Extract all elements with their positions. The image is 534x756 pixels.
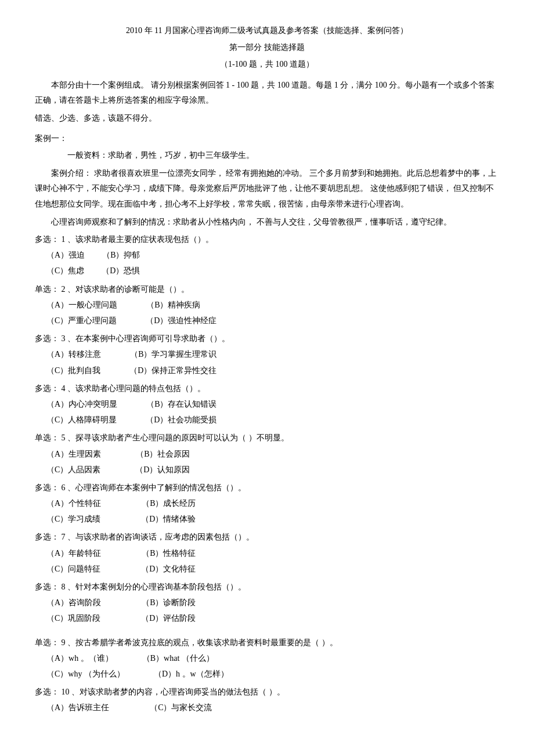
case-observe: 心理咨询师观察和了解到的情况：求助者从小性格内向， 不善与人交往，父母管教很严，… (35, 215, 499, 230)
q6-line: 多选： 6 、心理咨询师在本案例中了解到的情况包括（）。 (35, 480, 499, 495)
q8-option-c: （C）巩固阶段 (46, 611, 100, 625)
q6-option-a: （A）个性特征 (46, 496, 101, 511)
q4-option-b: （B）存在认知错误 (146, 397, 217, 411)
q9-options-row2: （C）why （为什么） （D）h 。w（怎样） (35, 667, 499, 681)
q6-options-row1: （A）个性特征 （B）成长经历 (35, 496, 499, 511)
q10-line: 多选： 10 、对该求助者梦的内容，心理咨询师妥当的做法包括（ ）。 (35, 685, 499, 699)
document-container: 2010 年 11 月国家心理咨询师二级考试真题及参考答案（技能选择、案例问答）… (35, 23, 499, 715)
question-6: 多选： 6 、心理咨询师在本案例中了解到的情况包括（）。 （A）个性特征 （B）… (35, 480, 499, 527)
q2-options-row2: （C）严重心理问题 （D）强迫性神经症 (35, 313, 499, 328)
q9-line: 单选： 9 、按古希腊学者希波克拉底的观点，收集该求助者资料时最重要的是（ ）。 (35, 635, 499, 650)
question-9: 单选： 9 、按古希腊学者希波克拉底的观点，收集该求助者资料时最重要的是（ ）。… (35, 635, 499, 682)
q10-options-row1: （A）告诉班主任 （C）与家长交流 (35, 700, 499, 715)
q9-type: 单选： (35, 638, 59, 647)
q6-option-c: （C）学习成绩 (46, 512, 100, 526)
q1-option-c: （C）焦虑 (46, 263, 84, 278)
error-note: 错选、少选、多选，该题不得分。 (35, 111, 499, 125)
case-general: 一般资料：求助者，男性，巧岁，初中三年级学生。 (35, 148, 499, 164)
q7-option-d: （D）文化特征 (141, 562, 196, 576)
q3-option-a: （A）转移注意 (46, 347, 101, 361)
question-5: 单选： 5 、探寻该求助者产生心理问题的原因时可以认为（ ）不明显。 （A）生理… (35, 431, 499, 477)
q9-options-row1: （A）wh 。（谁） （B）what （什么） (35, 651, 499, 665)
q5-options-row2: （C）人品因素 （D）认知原因 (35, 462, 499, 477)
page-title: 2010 年 11 月国家心理咨询师二级考试真题及参考答案（技能选择、案例问答） (35, 23, 499, 38)
q7-type: 多选： (35, 533, 59, 541)
q6-text: 6 、心理咨询师在本案例中了解到的情况包括（）。 (62, 483, 247, 492)
question-8: 多选： 8 、针对本案例划分的心理咨询基本阶段包括（）。 （A）咨询阶段 （B）… (35, 580, 499, 626)
question-2: 单选： 2 、对该求助者的诊断可能是（）。 （A）一般心理问题 （B）精神疾病 … (35, 282, 499, 328)
section-title: 第一部分 技能选择题 (35, 40, 499, 55)
q7-option-b: （B）性格特征 (142, 546, 196, 560)
question-3: 多选： 3 、在本案例中心理咨询师可引导求助者（）。 （A）转移注意 （B）学习… (35, 331, 499, 378)
q4-text: 4 、该求助者心理问题的特点包括（）。 (62, 384, 206, 393)
instruction-text: 本部分由十一个案例组成。 请分别根据案例回答 1 - 100 题，共 100 道… (35, 78, 499, 108)
q3-type: 多选： (35, 334, 59, 343)
q1-options-row2: （C）焦虑 （D）恐惧 (35, 263, 499, 278)
q1-option-d: （D）恐惧 (102, 263, 140, 278)
q3-options-row2: （C）批判自我 （D）保持正常异性交往 (35, 363, 499, 378)
question-4: 多选： 4 、该求助者心理问题的特点包括（）。 （A）内心冲突明显 （B）存在认… (35, 381, 499, 428)
q5-option-a: （A）生理因素 (46, 447, 101, 461)
q9-option-d: （D）h 。w（怎样） (154, 667, 229, 681)
q2-option-a: （A）一般心理问题 (46, 298, 117, 312)
spacer-1 (35, 630, 499, 635)
q7-text: 7 、与该求助者的咨询谈话，应考虑的因素包括（）。 (62, 533, 255, 541)
q8-options-row2: （C）巩固阶段 （D）评估阶段 (35, 611, 499, 625)
q2-line: 单选： 2 、对该求助者的诊断可能是（）。 (35, 282, 499, 296)
q1-line: 多选： 1 、该求助者最主要的症状表现包括（）。 (35, 232, 499, 247)
q3-option-c: （C）批判自我 (46, 363, 100, 378)
q3-options-row1: （A）转移注意 （B）学习掌握生理常识 (35, 347, 499, 361)
q7-options-row1: （A）年龄特征 （B）性格特征 (35, 546, 499, 560)
q7-option-c: （C）问题特征 (46, 562, 100, 576)
q4-options-row1: （A）内心冲突明显 （B）存在认知错误 (35, 397, 499, 411)
q4-option-a: （A）内心冲突明显 (46, 397, 117, 411)
question-10: 多选： 10 、对该求助者梦的内容，心理咨询师妥当的做法包括（ ）。 （A）告诉… (35, 685, 499, 715)
q8-option-d: （D）评估阶段 (141, 611, 196, 625)
case-intro-text: 求助者很喜欢班里一位漂亮女同学， 经常有拥抱她的冲动。 三个多月前梦到和她拥抱。… (35, 169, 496, 208)
q5-option-d: （D）认知原因 (135, 462, 190, 477)
q2-option-d: （D）强迫性神经症 (146, 313, 217, 328)
case-intro: 案例介绍： 求助者很喜欢班里一位漂亮女同学， 经常有拥抱她的冲动。 三个多月前梦… (35, 166, 499, 212)
q2-options-row1: （A）一般心理问题 （B）精神疾病 (35, 298, 499, 312)
q9-option-c: （C）why （为什么） (46, 667, 125, 681)
q4-option-d: （D）社会功能受损 (146, 413, 217, 427)
q5-type: 单选： (35, 433, 59, 442)
q10-text: 10 、对该求助者梦的内容，心理咨询师妥当的做法包括（ ）。 (62, 688, 285, 696)
q2-option-c: （C）严重心理问题 (46, 313, 117, 328)
case-intro-label: 案例介绍： (51, 169, 92, 178)
question-1: 多选： 1 、该求助者最主要的症状表现包括（）。 （A）强迫 （B）抑郁 （C）… (35, 232, 499, 278)
q7-options-row2: （C）问题特征 （D）文化特征 (35, 562, 499, 576)
q3-text: 3 、在本案例中心理咨询师可引导求助者（）。 (62, 334, 230, 343)
q1-type: 多选： (35, 235, 59, 244)
q4-options-row2: （C）人格障碍明显 （D）社会功能受损 (35, 413, 499, 427)
q8-options-row1: （A）咨询阶段 （B）诊断阶段 (35, 595, 499, 610)
q1-option-a: （A）强迫 (46, 248, 85, 262)
q8-option-a: （A）咨询阶段 (46, 595, 101, 610)
q4-line: 多选： 4 、该求助者心理问题的特点包括（）。 (35, 381, 499, 396)
q6-option-b: （B）成长经历 (142, 496, 196, 511)
subtitle: （1-100 题，共 100 道题） (35, 57, 499, 71)
q5-option-b: （B）社会原因 (136, 447, 190, 461)
q9-text: 9 、按古希腊学者希波克拉底的观点，收集该求助者资料时最重要的是（ ）。 (62, 638, 338, 647)
q6-option-d: （D）情绪体验 (141, 512, 196, 526)
q10-type: 多选： (35, 688, 59, 696)
q7-line: 多选： 7 、与该求助者的咨询谈话，应考虑的因素包括（）。 (35, 530, 499, 544)
q8-type: 多选： (35, 583, 59, 591)
q8-option-b: （B）诊断阶段 (142, 595, 196, 610)
q4-type: 多选： (35, 384, 59, 393)
q3-line: 多选： 3 、在本案例中心理咨询师可引导求助者（）。 (35, 331, 499, 346)
q3-option-b: （B）学习掌握生理常识 (130, 347, 217, 361)
question-7: 多选： 7 、与该求助者的咨询谈话，应考虑的因素包括（）。 （A）年龄特征 （B… (35, 530, 499, 576)
q8-line: 多选： 8 、针对本案例划分的心理咨询基本阶段包括（）。 (35, 580, 499, 594)
q6-options-row2: （C）学习成绩 （D）情绪体验 (35, 512, 499, 526)
q1-text: 1 、该求助者最主要的症状表现包括（）。 (62, 235, 214, 244)
q8-text: 8 、针对本案例划分的心理咨询基本阶段包括（）。 (62, 583, 247, 591)
q6-type: 多选： (35, 483, 59, 492)
q10-option-c: （C）与家长交流 (150, 700, 212, 715)
q7-option-a: （A）年龄特征 (46, 546, 101, 560)
q5-line: 单选： 5 、探寻该求助者产生心理问题的原因时可以认为（ ）不明显。 (35, 431, 499, 445)
q4-option-c: （C）人格障碍明显 (46, 413, 117, 427)
q2-type: 单选： (35, 285, 59, 294)
q2-text: 2 、对该求助者的诊断可能是（）。 (62, 285, 190, 294)
case-label: 案例一： (35, 131, 499, 146)
